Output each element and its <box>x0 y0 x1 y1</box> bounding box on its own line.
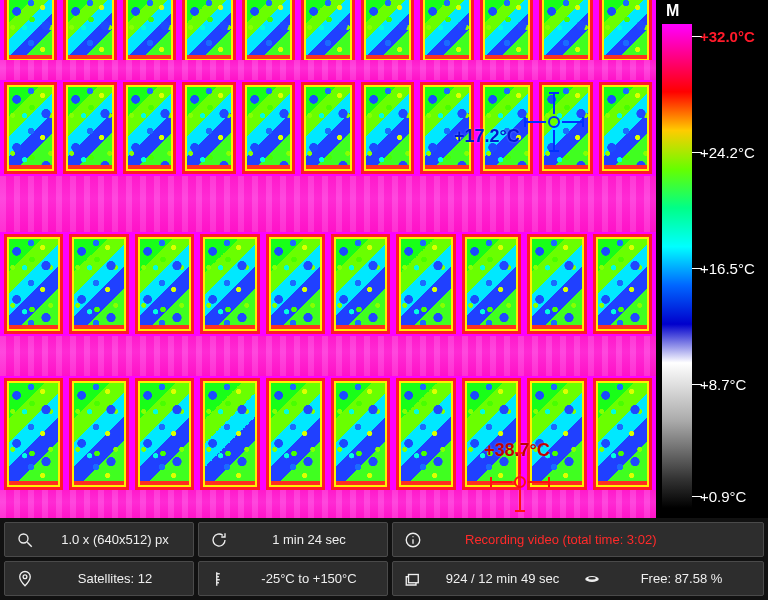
temperature-range-text: -25°C to +150°C <box>241 571 377 586</box>
scale-q3-label: +24.2°C <box>700 144 755 161</box>
plot-row <box>0 374 656 494</box>
hot-spot-temp-label: +38.7°C <box>484 440 550 461</box>
thermometer-icon <box>209 569 229 589</box>
svg-point-13 <box>588 577 596 579</box>
storage-text: Free: 87.58 % <box>610 571 753 586</box>
scale-min-label: +0.9°C <box>700 488 746 505</box>
recording-status-text: Recording video (total time: 3:02) <box>435 532 753 547</box>
gallery-icon <box>403 569 423 589</box>
status-bar: 1.0 x (640x512) px 1 min 24 sec Recordin… <box>0 518 768 600</box>
scale-max-label: +32.0°C <box>700 28 755 45</box>
color-scale-bar[interactable] <box>662 24 692 508</box>
road-strip <box>0 60 656 80</box>
plot-row <box>0 78 656 178</box>
scale-q2-label: +16.5°C <box>700 260 755 277</box>
magnifier-icon <box>15 530 35 550</box>
svg-point-5 <box>23 574 27 578</box>
refresh-icon <box>209 530 229 550</box>
thermal-camera-ui: +17.2°C +38.7°C M +32.0°C +24.2°C +16.5°… <box>0 0 768 600</box>
road-strip <box>0 336 656 376</box>
satellites-text: Satellites: 12 <box>47 571 183 586</box>
svg-point-4 <box>412 536 413 537</box>
info-icon <box>403 530 423 550</box>
captures-text: 924 / 12 min 49 sec <box>431 571 574 586</box>
svg-rect-11 <box>409 574 419 582</box>
svg-point-0 <box>19 534 28 543</box>
zoom-resolution-text: 1.0 x (640x512) px <box>47 532 183 547</box>
storage-icon <box>582 569 602 589</box>
recording-status-cell[interactable]: Recording video (total time: 3:02) <box>392 522 764 557</box>
color-scale-panel: M +32.0°C +24.2°C +16.5°C +8.7°C +0.9°C <box>656 0 768 518</box>
plot-row <box>0 0 656 68</box>
cold-spot-temp-label: +17.2°C <box>454 126 520 147</box>
temperature-range-cell[interactable]: -25°C to +150°C <box>198 561 388 596</box>
interval-cell[interactable]: 1 min 24 sec <box>198 522 388 557</box>
svg-line-1 <box>27 542 32 547</box>
zoom-resolution-cell[interactable]: 1.0 x (640x512) px <box>4 522 194 557</box>
interval-text: 1 min 24 sec <box>241 532 377 547</box>
satellites-cell[interactable]: Satellites: 12 <box>4 561 194 596</box>
captures-and-storage-cell[interactable]: 924 / 12 min 49 sec Free: 87.58 % <box>392 561 764 596</box>
road-strip <box>0 490 656 518</box>
plot-row <box>0 230 656 338</box>
thermal-image-viewport[interactable]: +17.2°C +38.7°C <box>0 0 656 518</box>
palette-mode-label: M <box>666 2 679 20</box>
location-pin-icon <box>15 569 35 589</box>
road-strip <box>0 176 656 232</box>
scale-q1-label: +8.7°C <box>700 376 746 393</box>
